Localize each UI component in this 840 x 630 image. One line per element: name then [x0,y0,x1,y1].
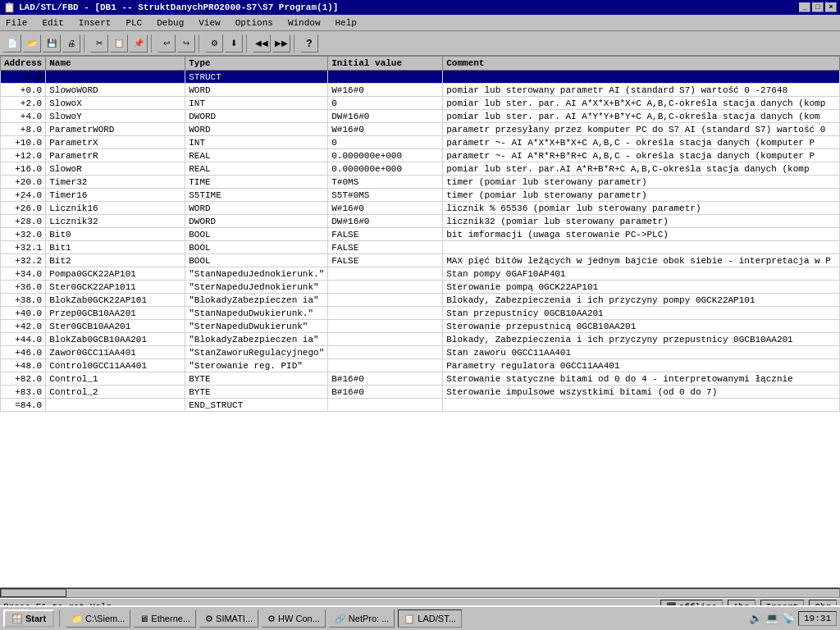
open-button[interactable]: 📂 [23,34,41,52]
cell-type: WORD [185,123,328,136]
table-row[interactable]: 0.0STRUCT [1,71,840,84]
toolbar: 📄 📂 💾 🖨 ✂ 📋 📌 ↩ ↪ ⚙ ⬇ ◀◀ ▶▶ ? [0,31,840,56]
next-button[interactable]: ▶▶ [272,34,290,52]
table-row[interactable]: +32.0Bit0BOOLFALSEbit imformacji (uwaga … [1,228,840,241]
cell-comment: parametr przesyłany przez komputer PC do… [443,123,840,136]
menu-view[interactable]: View [196,17,222,29]
cell-initial: 0.000000e+000 [328,162,443,176]
cell-name: Przep0GCB10AA201 [46,307,185,320]
cell-comment [443,241,840,254]
print-button[interactable]: 🖨 [62,34,80,52]
table-row[interactable]: +82.0Control_1BYTEB#16#0Sterowanie staty… [1,372,840,386]
cell-comment: licznik32 (pomiar lub sterowany parametr… [443,215,840,228]
col-header-address: Address [1,57,46,71]
cell-initial: DW#16#0 [328,110,443,123]
cell-name: ParametrR [46,149,185,162]
compile-button[interactable]: ⚙ [205,34,223,52]
table-row[interactable]: +0.0SlowoWORDWORDW#16#0pomiar lub sterow… [1,84,840,97]
save-button[interactable]: 💾 [43,34,61,52]
toolbar-sep-1 [84,34,87,52]
menu-file[interactable]: File [3,17,30,29]
cell-initial: FALSE [328,241,443,254]
taskbar-btn-1[interactable]: 🖥 Etherne... [134,609,196,628]
new-button[interactable]: 📄 [3,34,21,52]
paste-button[interactable]: 📌 [130,34,148,52]
menu-help[interactable]: Help [332,17,358,29]
menu-edit[interactable]: Edit [39,17,66,29]
table-row[interactable]: =84.0END_STRUCT [1,399,840,412]
table-body: 0.0STRUCT+0.0SlowoWORDWORDW#16#0pomiar l… [1,71,840,412]
table-row[interactable]: +10.0ParametrXINT0parametr ~- AI A*X*X+B… [1,136,840,149]
toolbar-sep-4 [246,34,249,52]
table-row[interactable]: +44.0BlokZab0GCB10AA201"BlokadyZabezpiec… [1,333,840,346]
menu-options[interactable]: Options [233,17,276,29]
cut-button[interactable]: ✂ [90,34,108,52]
cell-comment: Sterowanie pompą 0GCK22AP101 [443,281,840,294]
menu-debug[interactable]: Debug [154,17,186,29]
table-row[interactable]: +26.0Licznik16WORDW#16#0licznik % 65536 … [1,202,840,215]
menu-insert[interactable]: Insert [76,17,114,29]
table-row[interactable]: +42.0Ster0GCB10AA201"SterNapeduDwukierun… [1,320,840,333]
minimize-button[interactable]: _ [799,2,810,12]
table-row[interactable]: +40.0Przep0GCB10AA201"StanNapeduDwukieru… [1,307,840,320]
table-row[interactable]: +12.0ParametrRREAL0.000000e+000parametr … [1,149,840,162]
scroll-area[interactable] [0,587,840,597]
start-icon: 🪟 [11,614,23,624]
table-row[interactable]: +48.0Control0GCC11AA401"Sterowanie reg. … [1,359,840,372]
cell-address: +34.0 [1,267,46,281]
cell-type: STRUCT [185,71,328,84]
col-header-type: Type [185,57,328,71]
undo-button[interactable]: ↩ [158,34,176,52]
table-row[interactable]: +32.2Bit2BOOLFALSEMAX pięć bitów leżącyc… [1,254,840,267]
close-button[interactable]: × [825,2,837,12]
menu-plc[interactable]: PLC [123,17,144,29]
prev-button[interactable]: ◀◀ [253,34,271,52]
table-row[interactable]: +20.0Timer32TIMET#0MStimer (pomiar lub s… [1,176,840,189]
taskbar-btn-5[interactable]: 📋 LAD/ST... [398,609,461,628]
insert-indicator: Insert [760,600,805,605]
start-button[interactable]: 🪟 Start [3,609,54,628]
table-row[interactable]: +2.0SlowoXINT0pomiar lub ster. par. AI A… [1,97,840,110]
tray-icon-3: 📡 [782,612,795,625]
table-row[interactable]: +38.0BlokZab0GCK22AP101"BlokadyZabezpiec… [1,294,840,307]
taskbar-btn-2[interactable]: ⚙ SIMATI... [199,609,258,628]
taskbar-btn-0[interactable]: 📁 C:\Siem... [66,609,130,628]
table-row[interactable]: +28.0Licznik32DWORDDW#16#0licznik32 (pom… [1,215,840,228]
cell-type: BYTE [185,386,328,399]
cell-initial: S5T#0MS [328,189,443,202]
hscrollbar[interactable] [0,588,840,598]
cell-initial [328,399,443,412]
cell-initial: 0 [328,97,443,110]
redo-button[interactable]: ↪ [177,34,195,52]
cell-comment: Sterowanie impulsowe wszystkimi bitami (… [443,386,840,399]
cell-initial: FALSE [328,228,443,241]
download-button[interactable]: ⬇ [225,34,243,52]
taskbar-btn-3[interactable]: ⚙ HW Con... [262,609,326,628]
menu-window[interactable]: Window [285,17,323,29]
cell-address: +12.0 [1,149,46,162]
taskbar-btn-4[interactable]: 🔗 NetPro: ... [329,609,395,628]
cell-comment: pomiar lub ster. par. AI A*X*X+B*X+C A,B… [443,97,840,110]
main-content[interactable]: Address Name Type Initial value Comment … [0,56,840,587]
cell-initial: 0 [328,136,443,149]
taskbar-label-4: NetPro: ... [349,614,390,623]
cell-comment: Blokady, Zabezpieczenia i ich przyczyny … [443,294,840,307]
copy-button[interactable]: 📋 [110,34,128,52]
table-row[interactable]: +24.0Timer16S5TIMES5T#0MStimer (pomiar l… [1,189,840,202]
cell-type: "StanZaworuRegulacyjnego" [185,346,328,359]
cell-address: +40.0 [1,307,46,320]
menu-bar: File Edit Insert PLC Debug View Options … [0,15,840,31]
table-row[interactable]: +4.0SlowoYDWORDDW#16#0pomiar lub ster. p… [1,110,840,123]
table-row[interactable]: +83.0Control_2BYTEB#16#0Sterowanie impul… [1,386,840,399]
cell-type: INT [185,97,328,110]
cell-address: +44.0 [1,333,46,346]
table-row[interactable]: +36.0Ster0GCK22AP1011"SterNapeduJednokie… [1,281,840,294]
table-row[interactable]: +8.0ParametrWORDWORDW#16#0parametr przes… [1,123,840,136]
table-row[interactable]: +16.0SlowoRREAL0.000000e+000pomiar lub s… [1,162,840,176]
table-row[interactable]: +32.1Bit1BOOLFALSE [1,241,840,254]
help-button[interactable]: ? [300,34,318,52]
cell-name: Zawor0GCC11AA401 [46,346,185,359]
table-row[interactable]: +34.0Pompa0GCK22AP101"StanNapeduJednokie… [1,267,840,281]
table-row[interactable]: +46.0Zawor0GCC11AA401"StanZaworuRegulacy… [1,346,840,359]
maximize-button[interactable]: □ [812,2,824,12]
